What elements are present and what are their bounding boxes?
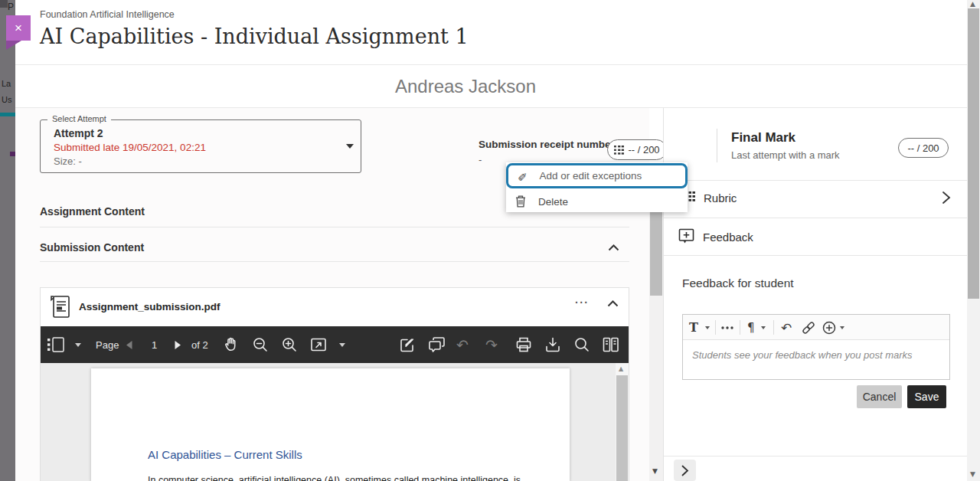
cancel-button[interactable]: Cancel [857,385,902,408]
download-icon[interactable] [544,326,561,363]
final-mark-title: Final Mark [731,130,795,146]
header-divider [15,64,967,65]
pencil-icon: ✎ [518,169,528,183]
panel-collapse-button[interactable] [674,460,696,481]
course-name: Foundation Artificial Intelligence [40,9,175,20]
window-scroll-down-icon[interactable]: ▼ [970,470,975,478]
center-scroll-thumb[interactable] [650,206,662,296]
more-tools-button[interactable] [721,315,733,340]
insert-caret-icon[interactable] [840,315,844,340]
rubric-grid-small-icon [614,146,624,155]
receipt-label: Submission receipt number: [479,139,618,150]
panel-divider [664,180,968,181]
prev-page-icon[interactable] [126,326,132,363]
paragraph-caret-icon[interactable] [761,315,766,340]
fit-caret-icon[interactable] [339,326,345,363]
right-panel: Final Mark Last attempt with a mark -- /… [663,108,967,481]
feedback-icon [678,228,694,244]
pdf-page: AI Capabilities – Current Skills In comp… [91,368,570,481]
strip-fragment-top: P [8,2,14,12]
panel-divider [664,255,968,256]
strip-teal-line [0,113,15,116]
file-collapse-chevron-icon[interactable] [607,299,619,307]
grade-pill[interactable]: -- / 200 [607,139,667,160]
page-views-icon[interactable] [602,326,619,363]
assignment-content-label: Assignment Content [40,205,145,218]
zoom-in-icon[interactable] [281,326,298,363]
insert-plus-icon[interactable] [822,315,836,340]
toolbar-separator [740,320,740,335]
menu-item-exceptions-label: Add or edit exceptions [540,170,642,182]
feedback-for-student-label: Feedback for student [682,276,794,290]
feedback-editor: T ¶ ↶ Students see your feed [682,314,950,380]
panel-bottom-divider [664,456,968,456]
paragraph-button[interactable]: ¶ [747,315,755,340]
student-name: Andreas Jackson [15,76,916,97]
center-scroll-down-icon[interactable]: ▼ [652,467,658,475]
strip-corner [0,0,8,8]
submission-content-chevron-icon[interactable] [608,244,619,251]
redo-icon[interactable]: ↷ [485,326,498,363]
grade-pill-value: -- / 200 [628,144,659,155]
file-overflow-button[interactable]: ··· [575,296,590,309]
ellipsis-icon: ··· [575,296,590,309]
page-title: AI Capabilities - Individual Assignment … [40,25,469,48]
window-scroll-up-icon[interactable]: ▲ [970,0,975,8]
text-style-button[interactable]: T [689,315,698,340]
attempt-name: Attempt 2 [54,127,103,139]
pdf-scroll-thumb[interactable] [616,375,628,481]
doc-body-text: In computer science, artificial intellig… [148,475,521,481]
toolbar-separator [773,320,774,335]
page-total-label: of 2 [191,326,208,363]
panel-collapse-chevron-icon [681,465,689,476]
feedback-label: Feedback [703,231,753,244]
menu-item-delete-label: Delete [538,196,568,208]
menu-item-exceptions[interactable]: ✎ Add or edit exceptions [506,163,688,188]
attempt-select-legend: Select Attempt [47,114,111,123]
attempt-status: Submitted late 19/05/2021, 02:21 [54,142,206,153]
comments-icon[interactable] [428,326,446,363]
page-number-input[interactable]: 1 [152,326,157,363]
receipt-value: - [479,154,482,165]
file-doc-icon [50,295,70,319]
finalmark-vdivider [717,129,717,162]
link-icon[interactable] [801,315,816,340]
editor-undo-icon[interactable]: ↶ [781,315,792,340]
editor-placeholder[interactable]: Students see your feedback when you post… [692,349,913,361]
strip-fragment-2: Us [2,95,11,104]
search-icon[interactable] [573,326,590,363]
zoom-out-icon[interactable] [252,326,269,363]
window-scrollbar[interactable]: ▲ ▼ [967,0,980,481]
thumbnail-panel-icon[interactable] [47,326,65,363]
final-mark-sub: Last attempt with a mark [731,149,840,161]
fit-page-icon[interactable] [310,326,327,363]
pdf-scrollbar[interactable]: ▲ [616,363,629,481]
pdf-scroll-up-icon[interactable]: ▲ [619,365,623,372]
annotate-icon[interactable] [399,326,416,363]
save-button[interactable]: Save [907,385,946,408]
pdf-toolbar: Page 1 of 2 [41,326,629,363]
rubric-chevron-icon[interactable] [942,191,951,205]
thumbnail-caret-icon[interactable] [75,326,81,363]
pdf-doc-area: AI Capabilities – Current Skills In comp… [41,363,629,481]
close-icon: × [15,21,22,36]
print-icon[interactable] [515,326,532,363]
assignment-divider [40,227,629,227]
rubric-label: Rubric [704,191,737,205]
context-menu: ✎ Add or edit exceptions Delete [506,162,688,212]
undo-icon[interactable]: ↶ [456,326,469,363]
text-style-caret-icon[interactable] [705,315,710,340]
editor-toolbar: T ¶ ↶ [683,315,949,340]
close-button[interactable]: × [6,15,31,41]
trash-icon [515,195,526,208]
menu-item-delete[interactable]: Delete [506,191,688,212]
page-label: Page [96,326,119,363]
attempt-caret-icon [346,144,354,149]
window-scroll-thumb[interactable] [968,8,979,299]
next-page-icon[interactable] [175,326,181,363]
file-name[interactable]: Assignment_submission.pdf [79,301,220,312]
dimmed-page-strip: P La Us [0,0,15,481]
final-mark-pill[interactable]: -- / 200 [898,138,949,158]
toolbar-separator [715,320,716,335]
pan-hand-icon[interactable] [223,326,240,363]
